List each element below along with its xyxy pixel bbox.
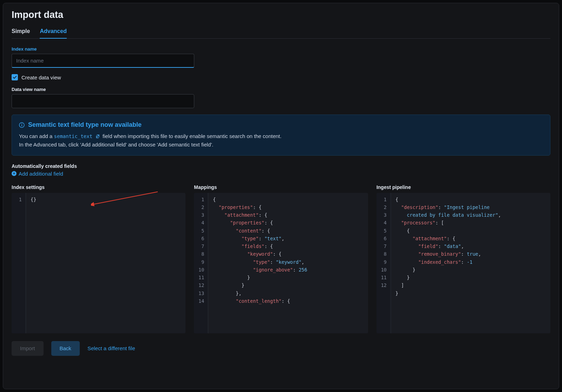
info-icon bbox=[19, 122, 25, 128]
page-title: Import data bbox=[12, 9, 550, 20]
editors-row: Index settings 1{} Mappings 123456789101… bbox=[12, 184, 550, 333]
tab-simple[interactable]: Simple bbox=[12, 25, 30, 38]
index-name-label: Index name bbox=[12, 46, 550, 52]
data-view-name-input[interactable] bbox=[12, 94, 194, 108]
create-data-view-checkbox[interactable] bbox=[12, 74, 18, 80]
create-data-view-label: Create data view bbox=[21, 74, 61, 80]
index-settings-editor[interactable]: 1{} bbox=[12, 193, 185, 333]
mappings-title: Mappings bbox=[194, 184, 368, 190]
data-view-name-row: Data view name bbox=[12, 87, 550, 108]
tab-advanced[interactable]: Advanced bbox=[40, 25, 66, 39]
plus-circle-icon: + bbox=[12, 171, 17, 176]
svg-point-1 bbox=[21, 123, 22, 124]
ingest-title: Ingest pipeline bbox=[377, 184, 550, 190]
callout-line1-post: field when importing this file to easily… bbox=[103, 133, 281, 139]
index-settings-col: Index settings 1{} bbox=[12, 184, 185, 333]
callout-title-row: Semantic text field type now available bbox=[19, 121, 543, 129]
callout-title: Semantic text field type now available bbox=[28, 121, 142, 129]
external-link-icon bbox=[96, 134, 100, 138]
select-different-file-link[interactable]: Select a different file bbox=[87, 345, 135, 351]
mappings-editor[interactable]: 1234567891011121314{ "properties": { "at… bbox=[194, 193, 368, 333]
add-additional-field-label: Add additional field bbox=[19, 171, 63, 177]
semantic-text-callout: Semantic text field type now available Y… bbox=[12, 115, 550, 156]
semantic-text-link[interactable]: semantic_text bbox=[54, 133, 103, 139]
callout-body: You can add a semantic_text field when i… bbox=[19, 132, 543, 149]
checkmark-icon bbox=[13, 75, 17, 79]
ingest-col: Ingest pipeline 123456789101112{ "descri… bbox=[377, 184, 550, 333]
mappings-col: Mappings 1234567891011121314{ "propertie… bbox=[194, 184, 368, 333]
ingest-editor[interactable]: 123456789101112{ "description": "Ingest … bbox=[377, 193, 550, 333]
import-data-panel: Import data Simple Advanced Index name C… bbox=[3, 3, 559, 389]
auto-fields-label: Automatically created fields bbox=[12, 163, 550, 169]
index-settings-title: Index settings bbox=[12, 184, 185, 190]
footer: Import Back Select a different file bbox=[12, 341, 550, 356]
index-name-row: Index name bbox=[12, 46, 550, 68]
svg-rect-2 bbox=[21, 124, 22, 126]
callout-line1-pre: You can add a bbox=[19, 133, 54, 139]
index-name-input[interactable] bbox=[12, 54, 194, 68]
back-button[interactable]: Back bbox=[51, 341, 80, 356]
callout-line2: In the Advanced tab, click 'Add addition… bbox=[19, 142, 213, 148]
tabs: Simple Advanced bbox=[12, 25, 550, 39]
create-data-view-row: Create data view bbox=[12, 74, 550, 80]
data-view-name-label: Data view name bbox=[12, 87, 550, 92]
add-additional-field-link[interactable]: + Add additional field bbox=[12, 171, 63, 177]
import-button[interactable]: Import bbox=[12, 341, 44, 356]
